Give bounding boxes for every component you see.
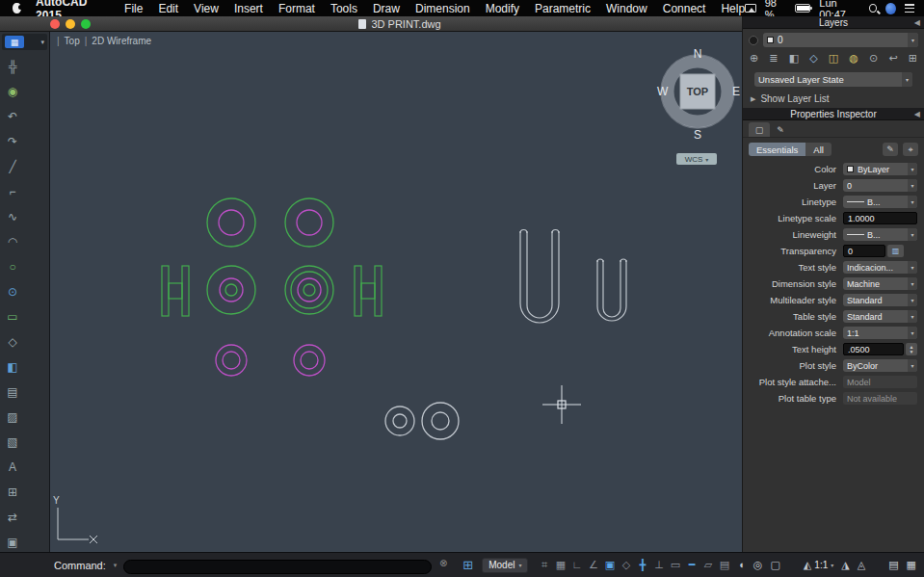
snap-toggle[interactable]: ⌗ (538, 559, 550, 571)
value-stepper[interactable]: ▲▼ (906, 343, 917, 355)
properties-tab[interactable]: ▢ (749, 122, 770, 137)
table-style-dropdown[interactable]: Standard▾ (843, 310, 917, 323)
menu-draw[interactable]: Draw (373, 2, 400, 15)
match-layer-icon[interactable]: ⊙ (869, 52, 878, 65)
input-devices-icon[interactable]: ▤ (888, 559, 898, 571)
all-tab[interactable]: All (805, 143, 832, 156)
tool-set-selector[interactable]: ▦ ▾ (2, 34, 47, 50)
model-space-canvas[interactable]: Y | Top | 2D Wireframe TOP N S W E WCS ▾ (50, 32, 742, 552)
viewcube-west[interactable]: W (657, 85, 669, 98)
layer-states-icon[interactable]: ≣ (769, 52, 778, 65)
gradient-tool-icon[interactable]: ▧ (0, 430, 25, 455)
lineweight-dropdown[interactable]: B...▾ (843, 228, 917, 241)
wcs-selector[interactable]: WCS ▾ (676, 153, 717, 165)
layer-state-dropdown[interactable]: Unsaved Layer State ▾ (754, 72, 912, 87)
menu-edit[interactable]: Edit (158, 2, 178, 15)
screen-mirroring-icon[interactable] (745, 4, 756, 13)
linetype-scale-input[interactable]: 1.0000 (843, 212, 917, 224)
freeze-layer-icon[interactable]: ◇ (809, 52, 817, 65)
viewcube[interactable]: TOP N S W E (649, 43, 742, 140)
lock-layer-icon[interactable]: ◫ (829, 52, 838, 65)
annotation-autoscale-icon[interactable]: ◬ (858, 559, 865, 571)
hatch-tool-icon[interactable]: ▨ (0, 405, 25, 430)
polygon-tool-icon[interactable]: ◇ (0, 329, 25, 354)
viewport-style-label[interactable]: 2D Wireframe (92, 36, 151, 46)
annotation-scale-control[interactable]: ◭ 1:1 ▾ (804, 559, 833, 571)
model-space-button[interactable]: Model ▾ (482, 558, 528, 573)
multileader-style-dropdown[interactable]: Standard▾ (843, 294, 917, 306)
viewcube-east[interactable]: E (732, 85, 740, 98)
table-tool-icon[interactable]: ⊞ (0, 480, 25, 505)
apple-icon[interactable] (13, 3, 21, 13)
polyline-tool-icon[interactable]: ⌐ (0, 179, 25, 204)
selection-cycling-toggle[interactable]: ▤ (718, 559, 730, 571)
viewport-view-label[interactable]: Top (65, 36, 80, 46)
grid-toggle[interactable]: ▦ (554, 559, 567, 571)
osnap-toggle[interactable]: ▣ (603, 559, 616, 571)
dyn-input-toggle[interactable]: ▭ (669, 559, 681, 571)
viewcube-south[interactable]: S (694, 128, 701, 140)
redo-tool-icon[interactable]: ↷ (0, 129, 25, 154)
isolate-objects-icon[interactable]: ◐ (739, 559, 746, 571)
spotlight-icon[interactable] (869, 4, 877, 13)
menu-view[interactable]: View (194, 2, 219, 15)
annotation-visibility-icon[interactable]: ◮ (841, 559, 849, 571)
lineweight-toggle[interactable]: ━ (685, 559, 698, 571)
menu-dimension[interactable]: Dimension (415, 2, 470, 15)
match-properties-icon[interactable]: ✎ (883, 143, 898, 156)
isolate-layer-icon[interactable]: ◧ (789, 52, 799, 65)
menu-window[interactable]: Window (606, 2, 647, 15)
essentials-tab[interactable]: Essentials (749, 143, 805, 156)
command-input[interactable] (123, 560, 432, 574)
spline-tool-icon[interactable]: ∿ (0, 204, 25, 229)
transparency-slider-icon[interactable]: ▥ (887, 245, 904, 257)
layer-dropdown[interactable]: 0▾ (843, 179, 917, 192)
viewcube-north[interactable]: N (694, 47, 702, 61)
text-style-dropdown[interactable]: Indicacion...▾ (843, 261, 917, 274)
transparency-input[interactable]: 0 (843, 245, 885, 257)
text-height-input[interactable]: .0500 (843, 343, 904, 355)
zoom-status-icon[interactable]: ◎ (753, 559, 763, 571)
move-tool-icon[interactable]: ⇄ (0, 505, 25, 530)
linetype-dropdown[interactable]: B...▾ (843, 196, 917, 208)
pan-tool-icon[interactable]: ╬ (0, 54, 25, 79)
displays-icon[interactable]: ▦ (907, 559, 916, 571)
previous-layer-icon[interactable]: ↩ (888, 52, 897, 65)
otrack-toggle[interactable]: ╋ (636, 559, 648, 571)
menu-help[interactable]: Help (721, 2, 745, 15)
ortho-toggle[interactable]: ∟ (570, 559, 583, 571)
collapse-panel-icon[interactable]: ◀ (914, 18, 920, 27)
app-status-icon[interactable] (885, 3, 895, 14)
layer-off-icon[interactable]: ◍ (849, 52, 858, 65)
osnap3d-toggle[interactable]: ◇ (620, 559, 632, 571)
circle-tool-icon[interactable]: ○ (0, 254, 25, 279)
transparency-toggle[interactable]: ▱ (701, 559, 714, 571)
menu-file[interactable]: File (124, 2, 143, 15)
merge-layer-icon[interactable]: ⊞ (909, 52, 917, 65)
orbit-tool-icon[interactable]: ◉ (0, 79, 25, 104)
image-tool-icon[interactable]: ▤ (0, 380, 25, 405)
menu-format[interactable]: Format (278, 2, 315, 15)
clear-command-icon[interactable]: ⊗ (439, 558, 447, 568)
dimension-style-dropdown[interactable]: Machine▾ (843, 277, 917, 290)
layer-color-icon[interactable] (749, 36, 758, 45)
polar-toggle[interactable]: ∠ (587, 559, 599, 571)
menu-insert[interactable]: Insert (234, 2, 263, 15)
ducs-toggle[interactable]: ⊥ (652, 559, 665, 571)
rectangle-tool-icon[interactable]: ▭ (0, 304, 25, 329)
color-dropdown[interactable]: ByLayer▾ (843, 163, 917, 175)
command-history-toggle[interactable]: ▾ (114, 562, 118, 569)
ellipse-tool-icon[interactable]: ⊙ (0, 279, 25, 304)
current-layer-dropdown[interactable]: 0 ▾ (763, 33, 918, 47)
new-layer-icon[interactable]: ⊕ (750, 52, 758, 65)
menu-connect[interactable]: Connect (663, 2, 706, 15)
menu-modify[interactable]: Modify (486, 2, 519, 15)
notification-center-icon[interactable] (905, 4, 914, 13)
menu-tools[interactable]: Tools (330, 2, 357, 15)
styles-tab[interactable]: ✎ (770, 122, 791, 137)
arc-tool-icon[interactable]: ◠ (0, 229, 25, 254)
eyedropper-icon[interactable]: ⌖ (903, 143, 918, 156)
text-tool-icon[interactable]: A (0, 455, 25, 480)
insert-block-tool-icon[interactable]: ◧ (0, 354, 25, 380)
collapse-panel-icon[interactable]: ◀ (914, 110, 920, 118)
